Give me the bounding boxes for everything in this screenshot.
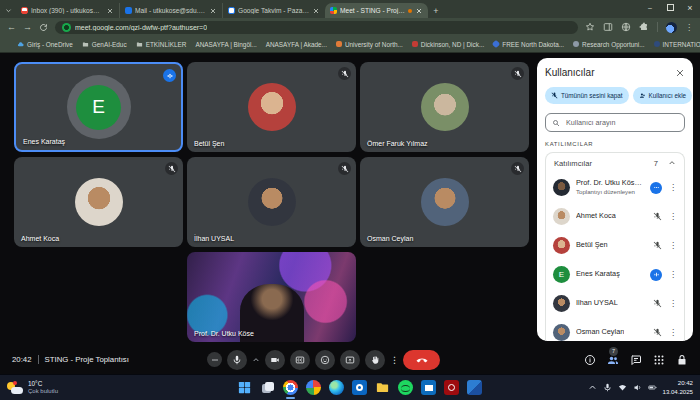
bookmark-label: Giriş - OneDrive: [27, 41, 73, 48]
bookmark-star-icon[interactable]: [585, 22, 595, 32]
bookmark-dickinson[interactable]: Dickinson, ND | Dick...: [412, 41, 484, 48]
chat-panel-button[interactable]: [630, 354, 642, 366]
video-tile-enes[interactable]: E Enes Karataş: [14, 62, 183, 152]
taskbar-outlook-icon[interactable]: [352, 380, 367, 395]
camera-options-chevron-icon[interactable]: [252, 356, 260, 364]
bookmark-international-eu[interactable]: INTERNATIONAL EU...: [654, 41, 700, 48]
audio-options-button[interactable]: [207, 352, 222, 367]
raise-hand-button[interactable]: [365, 350, 385, 370]
meeting-info-button[interactable]: [584, 354, 596, 366]
volume-icon[interactable]: [633, 383, 642, 392]
bookmark-free-north-dakota[interactable]: FREE North Dakota...: [493, 41, 564, 48]
tab-sdu-mail[interactable]: Mail - utkukose@sdu.edu.tr: [119, 3, 222, 18]
present-screen-button[interactable]: [340, 350, 360, 370]
avatar-ring: E: [67, 75, 131, 139]
weather-icon: [7, 381, 23, 394]
task-view-button[interactable]: [260, 380, 275, 395]
side-panel-icon[interactable]: [603, 22, 613, 32]
taskbar-photos-icon[interactable]: [306, 380, 321, 395]
extensions-icon[interactable]: [639, 22, 649, 32]
participant-row-ahmet[interactable]: Ahmet Koca: [546, 202, 684, 231]
address-bar[interactable]: meet.google.com/qzi-dwfw-ptf?authuser=0: [55, 21, 578, 34]
participant-menu-icon[interactable]: [669, 270, 677, 279]
reload-button[interactable]: [39, 23, 48, 32]
tab-google-calendar[interactable]: Google Takvim - Pazar, 13 Nisa: [222, 3, 325, 18]
bookmark-anasayfa-akademik[interactable]: ANASAYFA | Akade...: [266, 41, 327, 48]
participant-row-betul[interactable]: Betül Şen: [546, 231, 684, 260]
weather-widget[interactable]: 10°C Çok bulutlu: [0, 380, 160, 396]
video-tile-betul[interactable]: Betül Şen: [187, 62, 356, 152]
collapse-chevron-icon[interactable]: [668, 159, 676, 167]
participant-menu-icon[interactable]: [669, 212, 677, 221]
captions-button[interactable]: [290, 350, 310, 370]
participant-row-osman[interactable]: Osman Ceylan: [546, 318, 684, 341]
panel-close-icon[interactable]: [675, 68, 685, 78]
participant-search-input[interactable]: [564, 117, 678, 128]
bookmark-university-north[interactable]: University of North...: [336, 41, 403, 48]
tab-close-icon[interactable]: [209, 7, 217, 15]
tab-gmail-inbox[interactable]: Inbox (390) - utkukose@gmail.c: [16, 3, 119, 18]
more-options-icon[interactable]: [390, 355, 398, 365]
window-minimize-button[interactable]: [640, 0, 660, 15]
participant-search-box[interactable]: [545, 113, 685, 132]
taskbar-app-icon[interactable]: [467, 380, 482, 395]
profile-avatar[interactable]: [666, 22, 677, 33]
participant-row-enes[interactable]: E Enes Karataş: [546, 260, 684, 289]
back-button[interactable]: [7, 23, 16, 32]
bookmarks-bar: Giriş - OneDrive GenAI-Educ ETKİNLİKLER …: [0, 36, 700, 53]
microphone-button[interactable]: [227, 350, 247, 370]
translate-icon[interactable]: [621, 22, 631, 32]
bookmark-onedrive[interactable]: Giriş - OneDrive: [17, 41, 73, 48]
camera-button[interactable]: [265, 350, 285, 370]
start-button[interactable]: [237, 380, 252, 395]
participant-row-utku[interactable]: Prof. Dr. Utku Köse (Siz) Toplantıyı düz…: [546, 173, 684, 202]
taskbar-file-explorer-icon[interactable]: [375, 380, 390, 395]
add-user-button[interactable]: Kullanıcı ekle: [633, 87, 692, 104]
bookmark-research-opportunities[interactable]: Research Opportuni...: [573, 41, 645, 48]
participants-section-label: KATILIMCILAR: [545, 141, 685, 147]
participant-menu-icon[interactable]: [669, 241, 677, 250]
taskbar-store-icon[interactable]: [421, 380, 436, 395]
video-tile-omer[interactable]: Ömer Faruk Yılmaz: [360, 62, 529, 152]
reactions-button[interactable]: [315, 350, 335, 370]
tab-search-chevron-icon[interactable]: [0, 3, 16, 18]
participant-name: Osman Ceylan: [576, 328, 624, 337]
tile-name: Enes Karataş: [23, 138, 65, 145]
window-close-button[interactable]: [680, 0, 700, 15]
video-tile-osman[interactable]: Osman Ceylan: [360, 157, 529, 247]
tab-close-icon[interactable]: [312, 7, 320, 15]
video-tile-utku-self[interactable]: Prof. Dr. Utku Köse: [187, 252, 356, 342]
mute-all-button[interactable]: Tümünün sesini kapat: [545, 87, 629, 104]
tab-close-icon[interactable]: [106, 7, 114, 15]
taskbar-edge-icon[interactable]: [329, 380, 344, 395]
people-panel-button[interactable]: 7: [607, 354, 619, 366]
host-controls-button[interactable]: [676, 354, 688, 366]
participant-row-ilhan[interactable]: İlhan UYSAL: [546, 289, 684, 318]
participant-menu-icon[interactable]: [669, 299, 677, 308]
taskbar-clock[interactable]: 20:42 13.04.2025: [663, 379, 694, 395]
tray-mic-icon[interactable]: [603, 383, 612, 392]
audio-activity-icon: [650, 269, 662, 281]
bookmark-anasayfa-bingol[interactable]: ANASAYFA | Bingöl...: [195, 41, 256, 48]
video-tile-ilhan[interactable]: İlhan UYSAL: [187, 157, 356, 247]
new-tab-button[interactable]: [428, 3, 444, 18]
window-maximize-button[interactable]: [660, 0, 680, 15]
forward-button[interactable]: [23, 23, 32, 32]
taskbar-acrobat-icon[interactable]: [444, 380, 459, 395]
taskbar-chrome-icon[interactable]: [283, 380, 298, 395]
tab-close-icon[interactable]: [415, 7, 423, 15]
leave-call-button[interactable]: [403, 350, 440, 370]
participant-menu-icon[interactable]: [669, 328, 677, 337]
tray-chevron-icon[interactable]: [588, 383, 597, 392]
wifi-icon[interactable]: [618, 383, 627, 392]
bookmark-folder-genai[interactable]: GenAI-Educ: [82, 41, 127, 48]
activities-button[interactable]: [653, 354, 665, 366]
battery-icon[interactable]: [648, 383, 657, 392]
taskbar-spotify-icon[interactable]: [398, 380, 413, 395]
tab-meet-active[interactable]: Meet - STING - Proje Topla: [325, 3, 428, 18]
bookmark-label: ANASAYFA | Bingöl...: [195, 41, 256, 48]
video-tile-ahmet[interactable]: Ahmet Koca: [14, 157, 183, 247]
chrome-menu-icon[interactable]: [685, 23, 693, 32]
participant-menu-icon[interactable]: [669, 183, 677, 192]
bookmark-folder-etkinlikler[interactable]: ETKİNLİKLER: [136, 41, 187, 48]
